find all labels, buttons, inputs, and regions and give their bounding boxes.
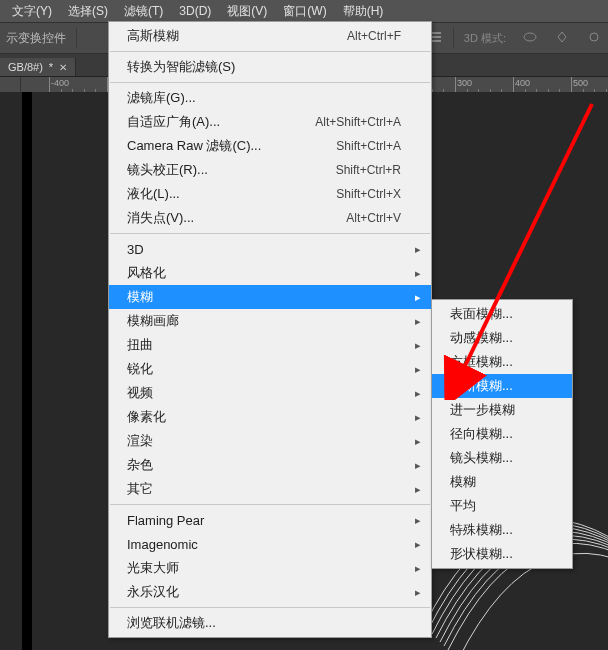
ruler-tick-label: 400 [515,78,530,88]
menu-item-label: 方框模糊... [450,353,513,371]
menu-item-label: 平均 [450,497,476,515]
svg-rect-2 [431,40,441,42]
menu-item[interactable]: 自适应广角(A)...Alt+Shift+Ctrl+A [109,110,431,134]
menu-item-label: 转换为智能滤镜(S) [127,58,235,76]
menu-item[interactable]: 表面模糊... [432,302,572,326]
document-tab[interactable]: GB/8#) * ✕ [0,58,76,76]
menu-item-label: 径向模糊... [450,425,513,443]
menu-item-label: 锐化 [127,360,153,378]
menu-item[interactable]: 其它 [109,477,431,501]
ruler-tick-label: -400 [51,78,69,88]
menu-item-label: 模糊 [450,473,476,491]
menu-filter[interactable]: 滤镜(T) [116,0,171,23]
document-tab-label: GB/8#) [8,61,43,73]
menu-item-label: 高斯模糊 [127,27,179,45]
svg-rect-0 [431,32,441,34]
menu-item[interactable]: 扭曲 [109,333,431,357]
menu-item[interactable]: 动感模糊... [432,326,572,350]
menu-item[interactable]: 方框模糊... [432,350,572,374]
menu-item[interactable]: 渲染 [109,429,431,453]
menu-item[interactable]: 镜头模糊... [432,446,572,470]
menu-shortcut: Shift+Ctrl+X [296,187,401,201]
menu-item-label: 光束大师 [127,559,179,577]
svg-point-3 [524,33,536,41]
menu-item-label: 浏览联机滤镜... [127,614,216,632]
menu-item[interactable]: 径向模糊... [432,422,572,446]
menu-item-label: 镜头模糊... [450,449,513,467]
menu-3d[interactable]: 3D(D) [171,1,219,21]
menu-item-label: 永乐汉化 [127,583,179,601]
menu-item-label: 扭曲 [127,336,153,354]
close-icon[interactable]: ✕ [59,62,67,73]
menu-item[interactable]: 特殊模糊... [432,518,572,542]
document-edge [22,92,32,650]
menu-item[interactable]: 液化(L)...Shift+Ctrl+X [109,182,431,206]
menu-item-label: 自适应广角(A)... [127,113,220,131]
filter-recent[interactable]: 高斯模糊 Alt+Ctrl+F [109,24,431,48]
menu-item-label: 像素化 [127,408,166,426]
svg-point-4 [590,33,598,41]
menu-item[interactable]: 浏览联机滤镜... [109,611,431,635]
menu-item[interactable]: 锐化 [109,357,431,381]
menu-item[interactable]: Camera Raw 滤镜(C)...Shift+Ctrl+A [109,134,431,158]
menubar: 文字(Y) 选择(S) 滤镜(T) 3D(D) 视图(V) 窗口(W) 帮助(H… [0,0,608,22]
zoom-icon[interactable] [586,30,602,47]
menu-item[interactable]: 镜头校正(R)...Shift+Ctrl+R [109,158,431,182]
menu-help[interactable]: 帮助(H) [335,0,392,23]
menu-item[interactable]: 高斯模糊... [432,374,572,398]
transform-controls-label: 示变换控件 [6,30,66,47]
menu-item[interactable]: 视频 [109,381,431,405]
menu-shortcut: Shift+Ctrl+A [296,139,401,153]
menu-item[interactable]: 消失点(V)...Alt+Ctrl+V [109,206,431,230]
mode-3d-label: 3D 模式: [464,31,506,46]
menu-text[interactable]: 文字(Y) [4,0,60,23]
menu-item[interactable]: 3D [109,237,431,261]
menu-item-label: Camera Raw 滤镜(C)... [127,137,261,155]
menu-item[interactable]: 模糊 [109,285,431,309]
menu-shortcut: Shift+Ctrl+R [296,163,401,177]
menu-item-label: 高斯模糊... [450,377,513,395]
menu-item-label: 进一步模糊 [450,401,515,419]
menu-item[interactable]: Flaming Pear [109,508,431,532]
menu-select[interactable]: 选择(S) [60,0,116,23]
menu-item[interactable]: 模糊 [432,470,572,494]
menu-item[interactable]: 滤镜库(G)... [109,86,431,110]
menu-shortcut: Alt+Ctrl+V [306,211,401,225]
ruler-tick-label: 300 [457,78,472,88]
menu-item-label: 风格化 [127,264,166,282]
menu-item[interactable]: 模糊画廊 [109,309,431,333]
menu-item[interactable]: 杂色 [109,453,431,477]
menu-item-label: 模糊画廊 [127,312,179,330]
menu-item-label: 滤镜库(G)... [127,89,196,107]
menu-item-label: 杂色 [127,456,153,474]
menu-item[interactable]: 永乐汉化 [109,580,431,604]
menu-item[interactable]: 风格化 [109,261,431,285]
menu-item[interactable]: 进一步模糊 [432,398,572,422]
blur-submenu: 表面模糊...动感模糊...方框模糊...高斯模糊...进一步模糊径向模糊...… [431,299,573,569]
menu-item[interactable]: 平均 [432,494,572,518]
filter-menu: 高斯模糊 Alt+Ctrl+F 转换为智能滤镜(S) 滤镜库(G)...自适应广… [108,21,432,638]
menu-item-label: 模糊 [127,288,153,306]
menu-item-label: 液化(L)... [127,185,180,203]
menu-item-label: 其它 [127,480,153,498]
menu-item[interactable]: Imagenomic [109,532,431,556]
menu-item[interactable]: 像素化 [109,405,431,429]
menu-item[interactable]: 形状模糊... [432,542,572,566]
orbit-icon[interactable] [522,30,538,47]
menu-shortcut: Alt+Ctrl+F [307,29,401,43]
svg-rect-1 [431,36,441,38]
menu-item-label: 渲染 [127,432,153,450]
menu-item-label: 动感模糊... [450,329,513,347]
menu-window[interactable]: 窗口(W) [275,0,334,23]
menu-shortcut: Alt+Shift+Ctrl+A [275,115,401,129]
menu-item-label: 视频 [127,384,153,402]
document-tab-dirty: * [49,61,53,73]
menu-item-label: 表面模糊... [450,305,513,323]
menu-item-label: 镜头校正(R)... [127,161,208,179]
filter-convert-smart[interactable]: 转换为智能滤镜(S) [109,55,431,79]
menu-view[interactable]: 视图(V) [219,0,275,23]
menu-item-label: 3D [127,242,144,257]
pan-icon[interactable] [554,30,570,47]
menu-item-label: 特殊模糊... [450,521,513,539]
menu-item[interactable]: 光束大师 [109,556,431,580]
